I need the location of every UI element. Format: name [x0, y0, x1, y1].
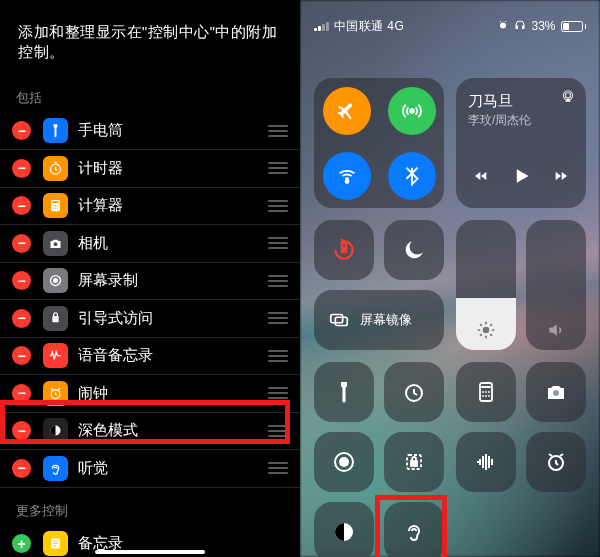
- svg-rect-33: [335, 317, 347, 325]
- reorder-handle-icon[interactable]: [268, 387, 288, 399]
- svg-rect-2: [52, 201, 58, 203]
- bluetooth-toggle[interactable]: [388, 152, 436, 200]
- orientation-lock-tile[interactable]: [314, 220, 374, 280]
- row-hearing[interactable]: − 听觉: [0, 450, 300, 488]
- remove-button[interactable]: −: [12, 121, 31, 140]
- row-label: 屏幕录制: [78, 271, 268, 290]
- guided-access-tile[interactable]: [384, 432, 444, 492]
- volume-slider[interactable]: [526, 220, 586, 350]
- remove-button[interactable]: −: [12, 459, 31, 478]
- include-section-label: 包括: [0, 83, 300, 113]
- row-voice-memo[interactable]: − 语音备忘录: [0, 338, 300, 376]
- screen-mirror-tile[interactable]: 屏幕镜像: [314, 290, 444, 350]
- row-screen-record[interactable]: − 屏幕录制: [0, 263, 300, 301]
- svg-point-39: [340, 458, 348, 466]
- reorder-handle-icon[interactable]: [268, 462, 288, 474]
- svg-point-37: [553, 390, 559, 396]
- guided-access-icon: [43, 306, 68, 331]
- row-label: 引导式访问: [78, 309, 268, 328]
- cellular-signal-icon: [314, 21, 329, 31]
- remove-button[interactable]: −: [12, 346, 31, 365]
- airplane-mode-toggle[interactable]: [323, 87, 371, 135]
- row-dark-mode[interactable]: − 深色模式: [0, 413, 300, 451]
- remove-button[interactable]: −: [12, 234, 31, 253]
- svg-point-4: [55, 205, 56, 206]
- reorder-handle-icon[interactable]: [268, 237, 288, 249]
- home-indicator[interactable]: [95, 550, 205, 554]
- row-camera[interactable]: − 相机: [0, 225, 300, 263]
- media-tile[interactable]: 刀马旦 李玟/周杰伦: [456, 78, 586, 208]
- brightness-slider[interactable]: [456, 220, 516, 350]
- alarm-icon: [43, 381, 68, 406]
- cellular-data-toggle[interactable]: [388, 87, 436, 135]
- reorder-handle-icon[interactable]: [268, 425, 288, 437]
- add-button[interactable]: +: [12, 534, 31, 553]
- svg-rect-12: [52, 316, 58, 322]
- reorder-handle-icon[interactable]: [268, 275, 288, 287]
- media-next-button[interactable]: [553, 168, 569, 188]
- remove-button[interactable]: −: [12, 384, 31, 403]
- remove-button[interactable]: −: [12, 421, 31, 440]
- notes-icon: [43, 531, 68, 556]
- remove-button[interactable]: −: [12, 196, 31, 215]
- remove-button[interactable]: −: [12, 159, 31, 178]
- row-alarm[interactable]: − 闹钟: [0, 375, 300, 413]
- svg-rect-25: [516, 26, 518, 29]
- row-timer[interactable]: − 计时器: [0, 150, 300, 188]
- row-label: 语音备忘录: [78, 346, 268, 365]
- svg-point-8: [57, 208, 58, 209]
- svg-rect-41: [411, 461, 417, 466]
- carrier-label: 中国联通 4G: [334, 18, 405, 35]
- svg-point-30: [565, 93, 570, 98]
- airplay-icon[interactable]: [560, 88, 576, 108]
- svg-point-7: [55, 208, 56, 209]
- voice-memo-tile[interactable]: [456, 432, 516, 492]
- screen-record-icon: [43, 268, 68, 293]
- row-label: 相机: [78, 234, 268, 253]
- row-label: 听觉: [78, 459, 268, 478]
- timer-tile[interactable]: [384, 362, 444, 422]
- svg-point-28: [345, 180, 348, 183]
- camera-tile[interactable]: [526, 362, 586, 422]
- media-prev-button[interactable]: [473, 168, 489, 188]
- row-label: 计算器: [78, 196, 268, 215]
- reorder-handle-icon[interactable]: [268, 125, 288, 137]
- timer-icon: [43, 156, 68, 181]
- remove-button[interactable]: −: [12, 271, 31, 290]
- brightness-icon: [456, 320, 516, 340]
- svg-point-5: [57, 205, 58, 206]
- do-not-disturb-tile[interactable]: [384, 220, 444, 280]
- dark-mode-tile[interactable]: [314, 502, 374, 557]
- flashlight-icon: [43, 118, 68, 143]
- row-label: 闹钟: [78, 384, 268, 403]
- settings-pane: 添加和整理显示在"控制中心"中的附加控制。 包括 − 手电筒 − 计时器 − 计…: [0, 0, 300, 557]
- row-label: 计时器: [78, 159, 268, 178]
- remove-button[interactable]: −: [12, 309, 31, 328]
- control-center-panel: 刀马旦 李玟/周杰伦 屏幕镜像: [314, 78, 586, 545]
- screen-mirror-label: 屏幕镜像: [360, 311, 412, 329]
- connectivity-tile[interactable]: [314, 78, 444, 208]
- reorder-handle-icon[interactable]: [268, 312, 288, 324]
- more-section-label: 更多控制: [0, 488, 300, 526]
- alarm-status-icon: [497, 19, 509, 34]
- row-guided-access[interactable]: − 引导式访问: [0, 300, 300, 338]
- include-list: − 手电筒 − 计时器 − 计算器 −: [0, 113, 300, 488]
- media-play-button[interactable]: [511, 166, 531, 190]
- voice-memo-icon: [43, 343, 68, 368]
- flashlight-tile[interactable]: [314, 362, 374, 422]
- hearing-tile[interactable]: [384, 502, 444, 557]
- row-label: 手电筒: [78, 121, 268, 140]
- battery-percent: 33%: [531, 19, 555, 33]
- calculator-tile[interactable]: [456, 362, 516, 422]
- battery-icon: [561, 21, 587, 32]
- calculator-icon: [43, 193, 68, 218]
- alarm-tile[interactable]: [526, 432, 586, 492]
- reorder-handle-icon[interactable]: [268, 162, 288, 174]
- screen-record-tile[interactable]: [314, 432, 374, 492]
- headphones-status-icon: [514, 19, 526, 34]
- reorder-handle-icon[interactable]: [268, 350, 288, 362]
- row-flashlight[interactable]: − 手电筒: [0, 113, 300, 151]
- row-calculator[interactable]: − 计算器: [0, 188, 300, 226]
- reorder-handle-icon[interactable]: [268, 200, 288, 212]
- wifi-toggle[interactable]: [323, 152, 371, 200]
